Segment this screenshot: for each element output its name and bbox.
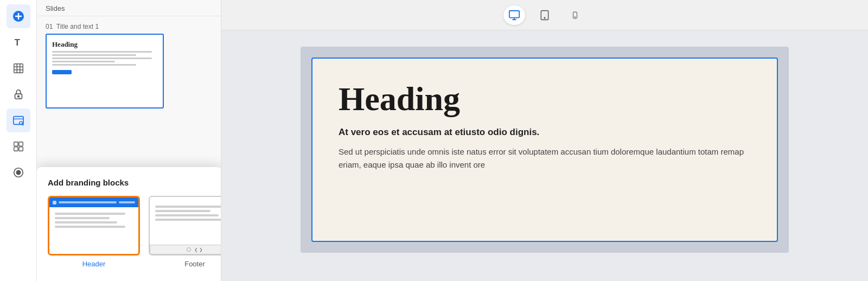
left-toolbar: T xyxy=(0,0,37,281)
content-body: Sed ut perspiciatis unde omnis iste natu… xyxy=(339,145,751,171)
slide-item[interactable]: 01 Title and text 1 Heading xyxy=(37,16,221,115)
footer-content-lines xyxy=(154,203,221,223)
slide-thumb-line-3 xyxy=(52,58,152,59)
footer-content-line-3 xyxy=(155,214,219,216)
header-block[interactable]: Header xyxy=(48,196,140,268)
svg-point-27 xyxy=(575,16,575,17)
svg-rect-4 xyxy=(14,64,23,73)
content-line-2 xyxy=(55,217,110,219)
footer-block-label: Footer xyxy=(184,260,205,268)
footer-content-line-2 xyxy=(155,210,210,212)
footer-block[interactable]: ❮ ❯ Footer xyxy=(149,196,221,268)
content-subheading: At vero eos et accusam at etiusto odio d… xyxy=(339,127,751,138)
tablet-view-button[interactable] xyxy=(534,5,556,25)
svg-point-10 xyxy=(17,95,19,97)
header-bar xyxy=(49,197,138,207)
footer-circle xyxy=(187,247,191,252)
svg-rect-15 xyxy=(14,142,17,146)
top-bar xyxy=(221,0,868,30)
svg-rect-21 xyxy=(509,10,519,17)
header-block-label: Header xyxy=(82,260,106,268)
lock-tool-button[interactable] xyxy=(7,82,30,106)
svg-rect-12 xyxy=(13,117,23,125)
mobile-view-button[interactable] xyxy=(564,5,586,25)
content-line-1 xyxy=(55,213,125,215)
svg-point-20 xyxy=(16,170,20,174)
svg-point-25 xyxy=(544,17,545,18)
widgets-tool-button[interactable] xyxy=(7,135,30,158)
branding-tool-button[interactable] xyxy=(7,108,30,132)
slide-thumb-line-5 xyxy=(52,64,136,66)
content-line-4 xyxy=(55,226,125,228)
slides-panel-header: Slides xyxy=(37,0,221,16)
header-block-preview[interactable] xyxy=(48,196,140,256)
header-bar-line xyxy=(59,201,117,203)
slide-label: 01 Title and text 1 xyxy=(46,23,212,30)
content-block[interactable]: Heading At vero eos et accusam at etiust… xyxy=(311,58,778,242)
slides-panel: Slides 01 Title and text 1 Heading Add b… xyxy=(37,0,221,281)
table-tool-button[interactable] xyxy=(7,56,30,80)
svg-rect-17 xyxy=(14,147,17,151)
content-heading: Heading xyxy=(339,80,751,117)
header-bar-dot xyxy=(53,201,56,205)
header-bar-line2 xyxy=(119,201,135,203)
record-tool-button[interactable] xyxy=(7,161,30,184)
svg-text:T: T xyxy=(14,37,20,47)
footer-arrows: ❮ ❯ xyxy=(194,247,203,252)
slide-thumbnail[interactable]: Heading xyxy=(46,34,164,108)
add-button[interactable] xyxy=(7,4,30,28)
desktop-view-button[interactable] xyxy=(503,5,525,25)
branding-popup: Add branding blocks xyxy=(37,167,221,281)
slide-thumb-heading: Heading xyxy=(52,40,157,49)
slide-thumb-line-1 xyxy=(52,51,152,53)
canvas-area: Heading At vero eos et accusam at etiust… xyxy=(221,30,868,281)
content-line-3 xyxy=(55,221,117,223)
footer-block-preview[interactable]: ❮ ❯ xyxy=(149,196,221,256)
text-tool-button[interactable]: T xyxy=(7,30,30,54)
main-area: Heading At vero eos et accusam at etiust… xyxy=(221,0,868,281)
header-content-lines xyxy=(54,210,134,230)
footer-content-line-4 xyxy=(155,219,221,221)
slide-thumb-line-4 xyxy=(52,61,115,62)
slide-thumb-button xyxy=(52,70,72,74)
svg-rect-16 xyxy=(18,142,22,146)
branding-popup-title: Add branding blocks xyxy=(48,178,210,187)
footer-bar: ❮ ❯ xyxy=(150,245,221,254)
footer-content-line-1 xyxy=(155,206,221,208)
slide-thumb-line-2 xyxy=(52,54,136,56)
svg-rect-18 xyxy=(18,147,22,151)
page-canvas: Heading At vero eos et accusam at etiust… xyxy=(301,47,789,253)
branding-blocks-container: Header ❮ ❯ Footer xyxy=(48,196,210,268)
